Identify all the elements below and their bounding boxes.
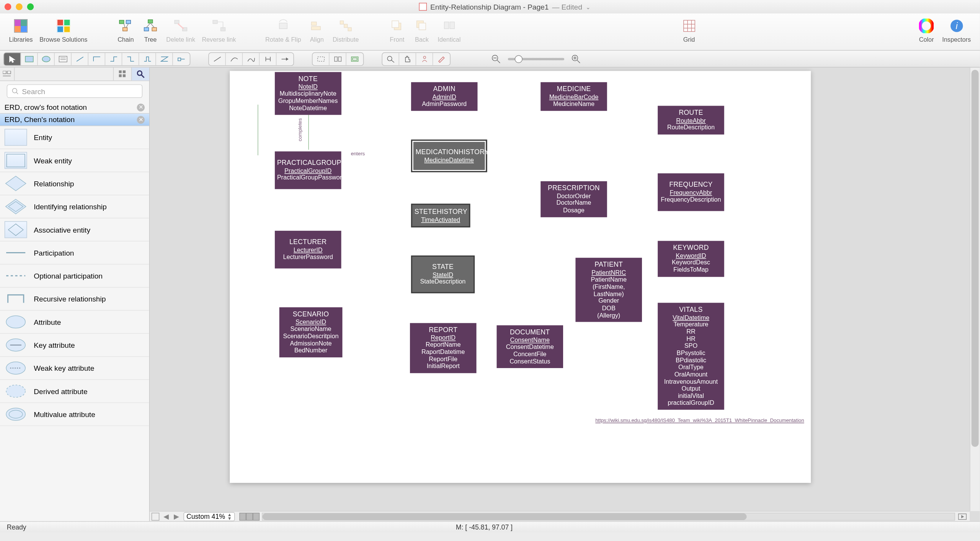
shape-optional-participation[interactable]: Optional participation bbox=[0, 264, 149, 287]
entity-state[interactable]: STATE StateID StateDescription bbox=[411, 256, 475, 293]
text-tool-button[interactable] bbox=[55, 53, 72, 65]
libraries-button[interactable]: Libraries bbox=[6, 16, 36, 44]
entity-document[interactable]: DOCUMENT ConsentName ConsentDatetime Con… bbox=[497, 325, 563, 368]
arrow2-button[interactable] bbox=[226, 53, 243, 65]
inspectors-button[interactable]: i Inspectors bbox=[939, 16, 974, 44]
entity-lecturer[interactable]: LECTURER LecturerID LecturerPassword bbox=[275, 231, 341, 269]
sidebar-filter-field[interactable] bbox=[15, 68, 113, 81]
hand-tool-button[interactable] bbox=[399, 53, 416, 65]
zoom-level-select[interactable]: Custom 41% ▲▼ bbox=[184, 512, 235, 521]
pointer-tool-button[interactable] bbox=[4, 53, 21, 65]
presentation-button[interactable] bbox=[955, 513, 970, 520]
shape-participation[interactable]: Participation bbox=[0, 241, 149, 264]
entity-note[interactable]: NOTE NoteID MultidisciplinaryNote GropuM… bbox=[275, 72, 341, 115]
entity-keyword[interactable]: KEYWORD KeywordID KeywordDesc FieldsToMa… bbox=[658, 241, 724, 277]
library-header-chen[interactable]: ERD, Chen's notation ✕ bbox=[0, 114, 149, 126]
pen-tool-button[interactable] bbox=[433, 53, 450, 65]
identical-button[interactable]: Identical bbox=[434, 16, 464, 44]
entity-attr: InitialReport bbox=[412, 363, 474, 370]
arrow3-button[interactable] bbox=[243, 53, 260, 65]
shape-weak-entity[interactable]: Weak entity bbox=[0, 149, 149, 172]
arrow5-button[interactable] bbox=[276, 53, 293, 65]
conn2-tool-button[interactable] bbox=[105, 53, 122, 65]
conn3-tool-button[interactable] bbox=[122, 53, 139, 65]
shape-identifying-relationship[interactable]: Identifying relationship bbox=[0, 195, 149, 218]
group1-button[interactable] bbox=[312, 53, 329, 65]
front-button[interactable]: Front bbox=[385, 16, 410, 44]
zoom-window-button[interactable] bbox=[27, 3, 34, 10]
entity-state-history[interactable]: STETEHISTORY TimeActivated bbox=[411, 204, 470, 228]
distribute-button[interactable]: Distribute bbox=[329, 16, 362, 44]
back-button[interactable]: Back bbox=[410, 16, 434, 44]
conn4-tool-button[interactable] bbox=[139, 53, 156, 65]
minimize-window-button[interactable] bbox=[16, 3, 23, 10]
prev-page-button[interactable]: ◀ bbox=[161, 512, 171, 520]
horizontal-scrollbar[interactable] bbox=[261, 512, 955, 520]
rect-tool-button[interactable] bbox=[21, 53, 38, 65]
grid-button[interactable]: Grid bbox=[677, 16, 702, 44]
ellipse-tool-button[interactable] bbox=[38, 53, 55, 65]
search-input[interactable]: Search bbox=[7, 85, 143, 98]
arrow1-button[interactable] bbox=[209, 53, 226, 65]
entity-practical-group[interactable]: PRACTICALGROUP PracticalGroupID Practica… bbox=[275, 152, 341, 189]
color-button[interactable]: Color bbox=[914, 16, 939, 44]
shape-relationship[interactable]: Relationship bbox=[0, 172, 149, 195]
shape-associative-entity[interactable]: Associative entity bbox=[0, 218, 149, 241]
entity-report[interactable]: REPORT ReportID ReportName RaportDatetim… bbox=[410, 323, 477, 373]
sidebar-options-button[interactable] bbox=[0, 68, 15, 81]
zoom-tool-button[interactable] bbox=[382, 53, 399, 65]
entity-medication-history[interactable]: MEDICATIONHISTORY MedicineDatetime bbox=[411, 140, 487, 173]
vertical-scrollbar[interactable] bbox=[970, 68, 980, 511]
align-button[interactable]: Align bbox=[304, 16, 329, 44]
source-link[interactable]: https://wiki.smu.edu.sg/is480/IS480_Team… bbox=[595, 417, 804, 423]
shape-weak-key-attribute[interactable]: Weak key attribute bbox=[0, 357, 149, 380]
library-header-crowsfoot[interactable]: ERD, crow's foot notation ✕ bbox=[0, 101, 149, 114]
ruler-toggle-button[interactable] bbox=[152, 512, 160, 520]
conn6-tool-button[interactable] bbox=[173, 53, 190, 65]
sidebar-grid-view-button[interactable] bbox=[113, 68, 131, 81]
group2-button[interactable] bbox=[330, 53, 346, 65]
conn5-tool-button[interactable] bbox=[156, 53, 173, 65]
close-library-button[interactable]: ✕ bbox=[137, 103, 145, 111]
line-tool-button[interactable] bbox=[72, 53, 88, 65]
vscroll-thumb[interactable] bbox=[971, 70, 978, 446]
close-library-button[interactable]: ✕ bbox=[137, 116, 145, 124]
reverse-link-button[interactable]: Reverse link bbox=[199, 16, 240, 44]
delete-link-button[interactable]: Delete link bbox=[163, 16, 198, 44]
zoom-out-button[interactable] bbox=[491, 54, 501, 64]
entity-patient[interactable]: PATIENT PatientNRIC PatientName (FirstNa… bbox=[575, 258, 642, 322]
entity-scenario[interactable]: SCENARIO ScenarioID ScenarioName Scenari… bbox=[279, 307, 343, 357]
zoom-stepper[interactable]: ▲▼ bbox=[227, 512, 232, 520]
zoom-slider-knob[interactable] bbox=[514, 55, 523, 63]
chain-button[interactable]: Chain bbox=[113, 16, 138, 44]
canvas-area[interactable]: has completes enters contains handles ha… bbox=[150, 68, 980, 521]
browse-solutions-button[interactable]: Browse Solutions bbox=[36, 16, 91, 44]
sidebar-search-button[interactable] bbox=[131, 68, 149, 81]
hscroll-thumb[interactable] bbox=[262, 513, 747, 520]
arrow4-button[interactable] bbox=[260, 53, 276, 65]
zoom-in-button[interactable] bbox=[571, 54, 581, 64]
title-chevron-icon[interactable]: ⌄ bbox=[586, 4, 590, 10]
group3-button[interactable] bbox=[346, 53, 363, 65]
page-thumbnails[interactable] bbox=[239, 512, 260, 520]
conn1-tool-button[interactable] bbox=[88, 53, 105, 65]
entity-admin[interactable]: ADMIN AdminID AdminPassword bbox=[411, 82, 478, 111]
shape-recursive-relationship[interactable]: Recursive relationship bbox=[0, 288, 149, 311]
tree-button[interactable]: Tree bbox=[138, 16, 163, 44]
person-tool-button[interactable] bbox=[416, 53, 433, 65]
shape-derived-attribute[interactable]: Derived attribute bbox=[0, 380, 149, 403]
shape-entity[interactable]: Entity bbox=[0, 126, 149, 149]
entity-frequency[interactable]: FREQUENCY FrequencyAbbr FrequencyDescrip… bbox=[658, 173, 724, 211]
entity-prescription[interactable]: PRESCRIPTION DoctorOrder DoctorName Dosa… bbox=[541, 181, 607, 217]
shape-multivalue-attribute[interactable]: Multivalue attribute bbox=[0, 403, 149, 426]
shape-attribute[interactable]: Attribute bbox=[0, 311, 149, 334]
close-window-button[interactable] bbox=[5, 3, 11, 10]
shape-key-attribute[interactable]: Key attribute bbox=[0, 334, 149, 357]
entity-route[interactable]: ROUTE RouteAbbr RouteDescription bbox=[658, 106, 724, 135]
rotate-flip-button[interactable]: Rotate & Flip bbox=[262, 16, 304, 44]
diagram-page[interactable]: has completes enters contains handles ha… bbox=[230, 71, 811, 483]
entity-vitals[interactable]: VITALS VitalDatetime Temperature RR HR S… bbox=[658, 303, 724, 410]
zoom-slider[interactable] bbox=[508, 58, 564, 60]
next-page-button[interactable]: ▶ bbox=[171, 512, 181, 520]
entity-medicine[interactable]: MEDICINE MedicineBarCode MedicineName bbox=[541, 82, 607, 111]
